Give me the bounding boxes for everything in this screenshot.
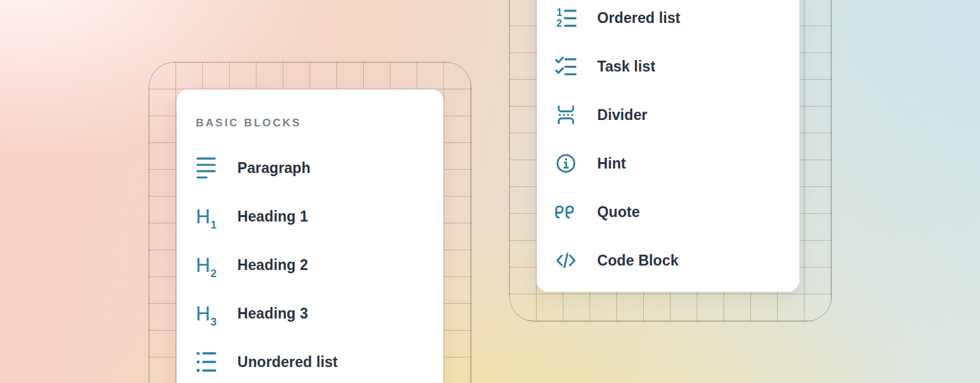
divider-icon bbox=[554, 103, 577, 126]
heading-3-icon: H3 bbox=[195, 302, 218, 325]
svg-text:1: 1 bbox=[556, 7, 562, 18]
menu-item-label: Quote bbox=[597, 204, 640, 221]
menu-item-ordered-list[interactable]: 12 Ordered list bbox=[537, 0, 799, 42]
menu-item-task-list[interactable]: Task list bbox=[537, 42, 799, 91]
menu-item-label: Paragraph bbox=[237, 160, 311, 177]
menu-item-label: Unordered list bbox=[237, 354, 338, 371]
menu-item-heading-2[interactable]: H2 Heading 2 bbox=[177, 241, 443, 289]
menu-item-unordered-list[interactable]: Unordered list bbox=[177, 338, 443, 383]
insert-blocks-items: 12 Ordered list Task list Divider Hint Q… bbox=[537, 0, 799, 285]
menu-item-quote[interactable]: Quote bbox=[537, 188, 799, 236]
menu-item-code-block[interactable]: Code Block bbox=[537, 236, 799, 285]
menu-item-heading-1[interactable]: H1 Heading 1 bbox=[177, 192, 443, 241]
menu-item-paragraph[interactable]: Paragraph bbox=[177, 144, 443, 192]
menu-item-label: Task list bbox=[597, 58, 655, 75]
menu-item-label: Heading 1 bbox=[237, 208, 308, 225]
menu-item-label: Divider bbox=[597, 107, 648, 124]
insert-blocks-menu: 12 Ordered list Task list Divider Hint Q… bbox=[537, 0, 799, 292]
paragraph-icon bbox=[195, 156, 218, 179]
menu-item-label: Hint bbox=[597, 155, 626, 172]
ordered-list-icon: 12 bbox=[554, 6, 577, 29]
code-block-icon bbox=[554, 249, 577, 272]
menu-item-label: Heading 3 bbox=[237, 305, 308, 322]
basic-blocks-items: Paragraph H1 Heading 1 H2 Heading 2 H3 H… bbox=[177, 144, 443, 383]
heading-1-icon: H1 bbox=[195, 205, 218, 228]
task-list-icon bbox=[554, 55, 577, 78]
hint-icon bbox=[554, 152, 577, 175]
basic-blocks-menu: BASIC BLOCKS Paragraph H1 Heading 1 H2 H… bbox=[177, 89, 443, 383]
menu-item-hint[interactable]: Hint bbox=[537, 139, 799, 188]
menu-item-label: Heading 2 bbox=[237, 257, 308, 274]
menu-item-label: Ordered list bbox=[597, 10, 680, 27]
heading-2-icon: H2 bbox=[195, 253, 218, 276]
quote-icon bbox=[554, 200, 577, 223]
menu-item-heading-3[interactable]: H3 Heading 3 bbox=[177, 289, 443, 338]
svg-text:2: 2 bbox=[556, 18, 562, 29]
menu-item-label: Code Block bbox=[597, 252, 679, 269]
menu-item-divider[interactable]: Divider bbox=[537, 91, 799, 139]
unordered-list-icon bbox=[195, 350, 218, 373]
section-label-basic-blocks: BASIC BLOCKS bbox=[177, 89, 443, 134]
